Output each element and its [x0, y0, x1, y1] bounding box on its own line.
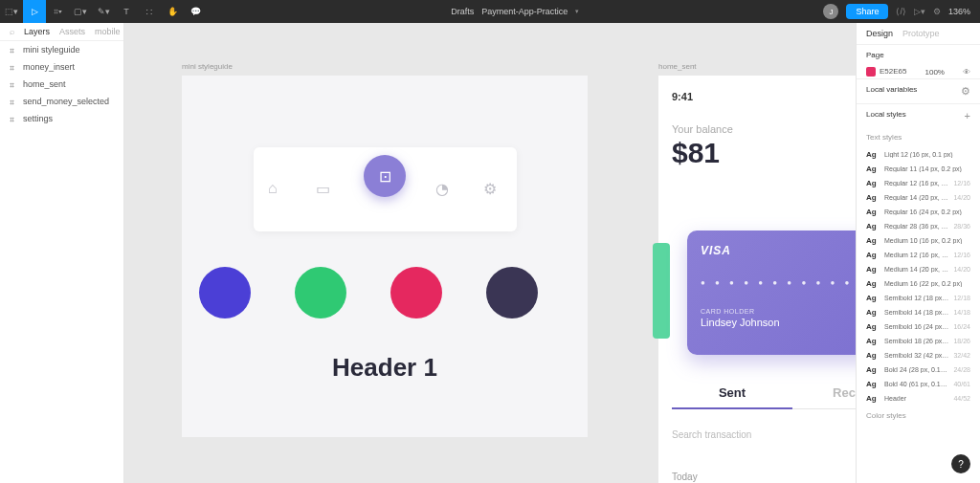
text-style-item[interactable]: AgRegular 11 (14 px, 0.2 px) — [857, 162, 980, 176]
text-style-item[interactable]: AgRegular 12 (16 px, 0.2 px)12/16 — [857, 176, 980, 190]
text-style-item[interactable]: AgMedium 14 (20 px, 0.2 px)14/20 — [857, 262, 980, 276]
color-circle[interactable] — [199, 267, 251, 318]
layer-item[interactable]: ⌗money_insert — [0, 58, 123, 76]
user-avatar[interactable]: J — [823, 4, 838, 19]
right-panel: Design Prototype Page E52E65 100% 👁 Loca… — [856, 23, 980, 483]
side-action[interactable] — [653, 243, 670, 339]
nav-card[interactable]: ⌂ ▭ ⊡ ◔ ⚙ — [254, 147, 517, 231]
tab-received[interactable]: Receiv — [792, 385, 856, 409]
search-input[interactable]: Search transaction — [672, 429, 751, 440]
text-style-item[interactable]: AgSemibold 32 (42 px, 0.1…)32/42 — [857, 348, 980, 362]
artboard-label[interactable]: mini styleguide — [182, 62, 233, 71]
artboard-styleguide[interactable]: mini styleguide — [182, 76, 588, 437]
color-circle[interactable] — [486, 267, 538, 318]
assets-tab[interactable]: Assets — [59, 27, 85, 36]
layers-tab[interactable]: Layers — [24, 27, 50, 36]
text-style-item[interactable]: AgSemibold 12 (18 px, 0.2 px)12/18 — [857, 291, 980, 305]
text-style-item[interactable]: AgBold 24 (28 px, 0.1 px)24/28 — [857, 362, 980, 377]
canvas[interactable]: mini styleguide ⌂ ▭ ⊡ ◔ ⚙ Header 1 home_… — [124, 23, 856, 483]
chevron-down-icon[interactable]: ▾ — [575, 8, 579, 15]
zoom-options-icon[interactable]: ⚙ — [933, 7, 941, 16]
credit-card[interactable]: VISA ● ● ● ● ● ● ● ● ● ● ● ● 8 0 CARD HO… — [687, 231, 856, 355]
style-value: 24/28 — [953, 366, 970, 373]
style-name: Header — [884, 395, 948, 402]
color-styles-label: Color styles — [857, 406, 980, 426]
eye-icon[interactable]: 👁 — [963, 68, 970, 77]
text-style-item[interactable]: AgBold 40 (61 px, 0.1 px)40/61 — [857, 377, 980, 391]
layer-name: money_insert — [23, 62, 75, 72]
chart-icon: ◔ — [435, 180, 455, 199]
local-variables-label: Local variables — [866, 85, 917, 98]
share-button[interactable]: Share — [846, 4, 888, 19]
frame-tool[interactable]: ⌗▾ — [46, 0, 69, 23]
resources-tool[interactable]: ⸬ — [138, 0, 161, 23]
pen-tool[interactable]: ✎▾ — [92, 0, 115, 23]
style-value: 12/16 — [953, 252, 970, 258]
move-tool[interactable]: ▷ — [23, 0, 46, 23]
page-color[interactable]: E52E65 — [880, 67, 906, 76]
ag-icon: Ag — [866, 150, 880, 159]
layer-item[interactable]: ⌗home_sent — [0, 76, 123, 93]
ag-icon: Ag — [866, 308, 880, 317]
ag-icon: Ag — [866, 337, 880, 345]
text-style-item[interactable]: AgMedium 10 (16 px, 0.2 px) — [857, 233, 980, 248]
figma-menu[interactable]: ⬚▾ — [0, 0, 23, 23]
design-tab[interactable]: Design — [866, 29, 893, 38]
layer-item[interactable]: ⌗send_money_selected — [0, 93, 123, 110]
artboard-home[interactable]: home_sent 9:41 Your balance $81 VISA ● ●… — [658, 76, 856, 483]
text-styles-label: Text styles — [857, 127, 980, 147]
transaction-tabs: Sent Receiv — [672, 385, 856, 409]
color-circle[interactable] — [295, 267, 346, 318]
text-style-item[interactable]: AgSemibold 16 (24 px, 0.1 px)16/24 — [857, 319, 980, 334]
drafts-label[interactable]: Drafts — [451, 7, 474, 16]
artboard-label[interactable]: home_sent — [658, 62, 697, 71]
file-name[interactable]: Payment-App-Practice — [481, 7, 568, 16]
text-style-item[interactable]: AgRegular 16 (24 px, 0.2 px) — [857, 205, 980, 219]
style-name: Medium 14 (20 px, 0.2 px) — [884, 266, 948, 273]
prototype-tab[interactable]: Prototype — [902, 29, 940, 38]
text-tool[interactable]: T — [115, 0, 138, 23]
text-style-item[interactable]: AgMedium 12 (16 px, 0.2 px)12/16 — [857, 248, 980, 262]
text-style-item[interactable]: AgLight 12 (16 px, 0.1 px) — [857, 147, 980, 162]
search-icon[interactable]: ⌕ — [10, 27, 14, 36]
today-label: Today — [672, 472, 698, 482]
layer-item[interactable]: ⌗mini styleguide — [0, 41, 123, 58]
card-holder-label: CARD HOLDER — [701, 308, 856, 315]
dev-mode-icon[interactable]: ⟨/⟩ — [896, 7, 906, 16]
style-value: 14/20 — [953, 194, 970, 201]
text-style-item[interactable]: AgMedium 16 (22 px, 0.2 px) — [857, 276, 980, 291]
style-name: Bold 24 (28 px, 0.1 px) — [884, 366, 948, 373]
text-style-item[interactable]: AgSemibold 14 (18 px, 0.1 px)14/18 — [857, 305, 980, 319]
style-name: Semibold 12 (18 px, 0.2 px) — [884, 295, 948, 301]
ag-icon: Ag — [866, 165, 880, 173]
text-style-item[interactable]: AgRegular 14 (20 px, 0.2 px)14/20 — [857, 190, 980, 205]
style-value: 44/52 — [953, 395, 970, 402]
color-swatch[interactable] — [866, 67, 876, 77]
ag-icon: Ag — [866, 322, 880, 331]
shape-tool[interactable]: ▢▾ — [69, 0, 92, 23]
hand-tool[interactable]: ✋ — [161, 0, 184, 23]
ag-icon: Ag — [866, 294, 880, 302]
text-style-item[interactable]: AgRegular 28 (36 px, 0.2 px)28/36 — [857, 219, 980, 233]
present-icon[interactable]: ▷▾ — [914, 7, 925, 16]
zoom-level[interactable]: 136% — [948, 7, 970, 16]
tab-sent[interactable]: Sent — [672, 385, 792, 409]
help-button[interactable]: ? — [951, 454, 970, 473]
style-name: Semibold 14 (18 px, 0.1 px) — [884, 309, 948, 316]
style-name: Medium 16 (22 px, 0.2 px) — [884, 280, 966, 287]
style-value: 14/20 — [953, 266, 970, 273]
text-style-item[interactable]: AgSemibold 18 (26 px, 0.1 px)18/26 — [857, 334, 980, 348]
variables-settings-icon[interactable]: ⚙ — [961, 85, 970, 98]
header-text[interactable]: Header 1 — [182, 353, 588, 383]
page-opacity[interactable]: 100% — [925, 68, 945, 77]
page-selector[interactable]: mobile — [95, 27, 121, 36]
ag-icon: Ag — [866, 265, 880, 274]
ag-icon: Ag — [866, 380, 880, 388]
layer-item[interactable]: ⌗settings — [0, 110, 123, 127]
comment-tool[interactable]: 💬 — [184, 0, 207, 23]
text-style-item[interactable]: AgHeader44/52 — [857, 391, 980, 406]
gear-icon: ⚙ — [483, 180, 502, 199]
color-circle[interactable] — [390, 267, 442, 318]
page-section: Page — [857, 44, 980, 65]
add-style-icon[interactable]: + — [965, 110, 970, 121]
